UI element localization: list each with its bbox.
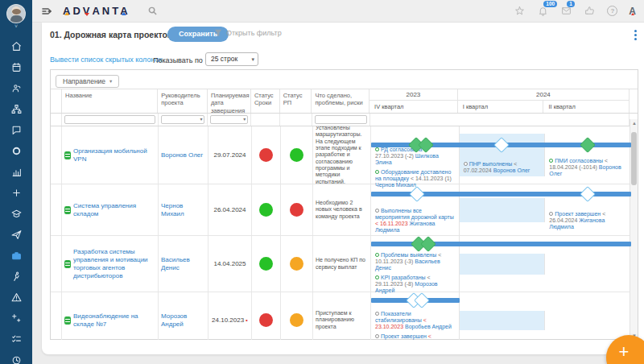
thumbs-up-icon[interactable] bbox=[584, 5, 596, 17]
milestone-done-icon bbox=[549, 159, 553, 163]
chevron-down-icon: ▾ bbox=[200, 116, 202, 122]
avatar-image bbox=[6, 4, 26, 23]
table-row: Видеонаблюдение на складе №7 Морозов Анд… bbox=[51, 292, 638, 340]
status-deadline-indicator bbox=[259, 203, 273, 217]
milestone-link[interactable]: Показатели стабилизированы bbox=[375, 311, 422, 323]
milestone-link[interactable]: Проблемы выявлены bbox=[381, 252, 436, 258]
date-filter-select[interactable] bbox=[210, 115, 248, 124]
manager-link[interactable]: Васильев Денис bbox=[161, 256, 205, 272]
scrollbar-thumb[interactable] bbox=[631, 132, 637, 185]
show-hidden-columns-link[interactable]: Вывести список скрытых колонок bbox=[50, 56, 162, 64]
timeline-cell: Проблемы выявлены < 10.11.2023 (-3) Васи… bbox=[371, 236, 631, 292]
activity-runner-icon[interactable] bbox=[10, 271, 22, 282]
advanta-mini-logo-icon[interactable]: A bbox=[629, 6, 636, 17]
search-icon[interactable] bbox=[148, 4, 157, 19]
done-text: Установлены маршрутизаторы. На следующем… bbox=[316, 126, 368, 185]
chat-icon[interactable] bbox=[10, 124, 22, 135]
quarter-iv-2023: IV квартал bbox=[369, 101, 458, 113]
notifications-badge: 100 bbox=[543, 1, 557, 7]
header-status-deadline[interactable]: Статус Сроки bbox=[251, 89, 280, 113]
notifications-bell-icon[interactable]: 100 bbox=[537, 5, 549, 17]
header-status-rp[interactable]: Статус РП bbox=[280, 89, 312, 113]
user-avatar[interactable]: ˅ bbox=[6, 4, 26, 29]
checklist-icon[interactable] bbox=[10, 333, 22, 345]
open-filter-label: Открыть фильтр bbox=[226, 29, 282, 37]
favorites-star-icon[interactable] bbox=[514, 5, 526, 17]
page-menu-kebab[interactable] bbox=[634, 30, 638, 40]
sidebar: ˅ bbox=[0, 0, 32, 364]
table-header: Название Руководитель проекта Планируема… bbox=[51, 89, 638, 114]
milestone-note: Проблемы выявлены < 10.11.2023 (-3) Васи… bbox=[375, 252, 455, 272]
status-rp-indicator bbox=[290, 203, 303, 217]
manager-link[interactable]: Воронов Олег bbox=[161, 151, 203, 159]
direction-label: Направление bbox=[63, 77, 105, 85]
knowledge-icon[interactable] bbox=[10, 208, 22, 219]
header-name[interactable]: Название bbox=[62, 89, 158, 113]
org-structure-icon[interactable] bbox=[10, 103, 22, 114]
milestone-note: ПНР выполнены < 07.02.2024 Воронов Олег bbox=[464, 161, 541, 175]
due-date: 29.07.2024 bbox=[213, 151, 246, 159]
project-link[interactable]: Система управления складом bbox=[73, 202, 155, 218]
milestone-link[interactable]: Проект завершен bbox=[381, 333, 427, 339]
done-filter-input[interactable] bbox=[315, 115, 367, 124]
topbar: ADVANTA 100 1 ? A bbox=[32, 0, 644, 23]
project-link[interactable]: Разработка системы управления и мотиваци… bbox=[73, 248, 155, 280]
header-done[interactable]: Что сделано, проблемы, риски bbox=[312, 89, 369, 113]
sidebar-collapse-icon[interactable] bbox=[42, 4, 52, 19]
goals-icon[interactable] bbox=[10, 145, 22, 156]
project-type-icon bbox=[64, 151, 71, 159]
project-link[interactable]: Видеонаблюдение на складе №7 bbox=[73, 312, 155, 329]
milestone-owner[interactable]: Воронов Олег bbox=[493, 168, 530, 173]
risk-warning-icon[interactable] bbox=[10, 292, 22, 303]
manager-link[interactable]: Чернов Михаил bbox=[161, 202, 205, 218]
users-icon[interactable] bbox=[10, 82, 22, 93]
portfolio-icon[interactable] bbox=[10, 250, 22, 261]
header-manager[interactable]: Руководитель проекта bbox=[158, 89, 208, 113]
milestone-open-icon bbox=[375, 334, 379, 338]
milestone-owner[interactable]: Воробьев Андрей bbox=[405, 324, 452, 329]
name-filter-input[interactable] bbox=[64, 115, 155, 124]
grid-toolbar: Направление▾ bbox=[51, 70, 638, 89]
milestone-link[interactable]: Выполнены все мероприятия дорожной карты bbox=[375, 208, 454, 220]
manager-link[interactable]: Морозов Андрей bbox=[161, 312, 205, 329]
milestone-date: < 16.11.2023 bbox=[375, 221, 408, 226]
page-size-select[interactable]: 25 строк▾ bbox=[205, 52, 258, 66]
header-row-selector bbox=[51, 89, 62, 113]
plane-icon[interactable] bbox=[10, 229, 22, 240]
due-date: 26.04.2024 bbox=[213, 206, 246, 213]
automation-sparkles-icon[interactable] bbox=[10, 312, 22, 324]
add-icon[interactable] bbox=[10, 187, 22, 198]
milestone-link[interactable]: Проект завершен bbox=[555, 211, 601, 217]
project-link[interactable]: Организация мобильной VPN bbox=[73, 147, 155, 163]
milestone-note: Проект завершен < 23.10.2023 bbox=[375, 333, 455, 340]
table-row: Разработка системы управления и мотиваци… bbox=[51, 236, 638, 292]
time-clock-icon[interactable] bbox=[10, 354, 22, 364]
vertical-scrollbar[interactable]: ▲ ▼ bbox=[630, 119, 638, 340]
home-icon[interactable] bbox=[10, 40, 22, 52]
milestone-note: Проект завершен < 26.04.2024 Жиганова Лю… bbox=[549, 211, 626, 231]
manager-filter-select[interactable] bbox=[161, 115, 205, 124]
advanta-logo: ADVANTA bbox=[63, 5, 130, 17]
direction-filter-button[interactable]: Направление▾ bbox=[56, 75, 119, 88]
scroll-up-arrow[interactable]: ▲ bbox=[630, 121, 638, 126]
page-size-value: 25 строк bbox=[211, 55, 237, 63]
help-icon[interactable]: ? bbox=[607, 6, 617, 16]
milestone-open-icon bbox=[464, 162, 468, 166]
milestone-link[interactable]: ПНР выполнены bbox=[469, 161, 513, 167]
done-text: Приступаем к планированию проекта bbox=[316, 310, 368, 330]
milestone-link[interactable]: ПМИ согласованы bbox=[555, 158, 603, 163]
app-window: ˅ ADVANTA 100 1 bbox=[0, 0, 644, 364]
milestone-open-icon bbox=[549, 212, 553, 216]
report-chart-icon[interactable] bbox=[10, 166, 22, 177]
header-due-date[interactable]: Планируемая дата завершения bbox=[208, 89, 251, 113]
calendar-icon[interactable] bbox=[10, 61, 22, 72]
status-rp-indicator bbox=[290, 257, 303, 271]
open-filter-button[interactable]: Открыть фильтр bbox=[214, 29, 282, 37]
milestone-link[interactable]: KPI разработаны bbox=[381, 275, 426, 280]
overdue-flag: • bbox=[246, 316, 248, 324]
messages-envelope-icon[interactable]: 1 bbox=[560, 5, 572, 17]
timeline-cell: Показатели стабилизированы < 23.10.2023 … bbox=[371, 292, 631, 340]
done-text: Необходимо 2 новых человека в команду пр… bbox=[316, 200, 368, 220]
timeline-cell: Выполнены все мероприятия дорожной карты… bbox=[371, 184, 631, 235]
table-row: Организация мобильной VPN Воронов Олег 2… bbox=[51, 126, 638, 184]
